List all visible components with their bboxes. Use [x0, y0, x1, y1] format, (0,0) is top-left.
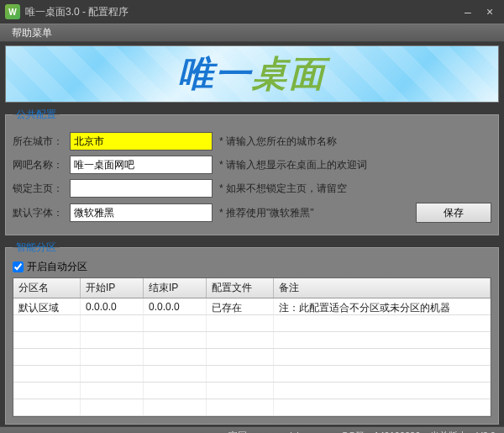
col-start-ip[interactable]: 开始IP — [81, 278, 144, 298]
banner-logo-text: 唯一桌面 — [178, 50, 326, 98]
default-font-input[interactable] — [70, 203, 213, 222]
table-row[interactable] — [13, 366, 491, 383]
cell-config: 已存在 — [207, 298, 274, 314]
table-row[interactable] — [13, 315, 491, 332]
city-input[interactable] — [70, 132, 213, 150]
minimize-button[interactable]: – — [459, 4, 477, 19]
cell-name: 默认区域 — [13, 298, 81, 314]
bar-name-input[interactable] — [70, 156, 213, 174]
smart-zone-group: 智能分区 开启自动分区 分区名 开始IP 结束IP 配置文件 备注 默认区域 0… — [5, 240, 499, 425]
public-config-group: 公共配置 所在城市： * 请输入您所在的城市名称 网吧名称： * 请输入想显示在… — [5, 108, 499, 235]
bar-label: 网吧名称： — [13, 158, 63, 172]
cell-start-ip: 0.0.0.0 — [81, 298, 144, 314]
version: 当前版本：V3.0 — [430, 430, 496, 433]
cell-remark: 注：此配置适合不分区或未分区的机器 — [274, 298, 491, 314]
menubar: 帮助菜单 — [0, 24, 504, 42]
font-hint: * 推荐使用"微软雅黑" — [219, 206, 314, 220]
lock-homepage-input[interactable] — [70, 179, 213, 198]
col-config[interactable]: 配置文件 — [207, 278, 274, 298]
table-row[interactable] — [13, 383, 491, 399]
statusbar: 官网：www.weiyizm.com QQ群：149199026 当前版本：V3… — [0, 426, 504, 433]
enable-auto-zone-label: 开启自动分区 — [27, 260, 87, 274]
app-window: W 唯一桌面3.0 - 配置程序 – × 帮助菜单 唯一桌面 公共配置 所在城市… — [0, 0, 504, 433]
col-remark[interactable]: 备注 — [274, 278, 491, 298]
city-hint: * 请输入您所在的城市名称 — [219, 135, 337, 149]
zone-table: 分区名 开始IP 结束IP 配置文件 备注 默认区域 0.0.0.0 0.0.0… — [13, 277, 491, 417]
window-title: 唯一桌面3.0 - 配置程序 — [25, 5, 459, 19]
help-menu[interactable]: 帮助菜单 — [7, 24, 57, 42]
qq-group: QQ群：149199026 — [341, 430, 420, 433]
titlebar: W 唯一桌面3.0 - 配置程序 – × — [0, 0, 504, 24]
lock-hint: * 如果不想锁定主页，请留空 — [219, 182, 347, 196]
zone-table-header: 分区名 开始IP 结束IP 配置文件 备注 — [13, 278, 491, 298]
table-row[interactable] — [13, 332, 491, 349]
app-icon: W — [5, 4, 20, 19]
banner: 唯一桌面 — [5, 45, 499, 103]
table-row[interactable] — [13, 349, 491, 366]
public-config-legend: 公共配置 — [13, 108, 60, 122]
enable-auto-zone-checkbox[interactable] — [13, 261, 24, 272]
site-label: 官网：www.weiyizm.com — [228, 430, 331, 433]
city-label: 所在城市： — [13, 135, 63, 149]
col-name[interactable]: 分区名 — [13, 278, 81, 298]
client-area: 唯一桌面 公共配置 所在城市： * 请输入您所在的城市名称 网吧名称： * 请输… — [0, 42, 504, 426]
smart-zone-legend: 智能分区 — [13, 240, 60, 255]
table-row[interactable]: 默认区域 0.0.0.0 0.0.0.0 已存在 注：此配置适合不分区或未分区的… — [13, 298, 491, 315]
font-label: 默认字体： — [13, 206, 63, 220]
lock-label: 锁定主页： — [13, 182, 63, 196]
cell-end-ip: 0.0.0.0 — [144, 298, 207, 314]
bar-hint: * 请输入想显示在桌面上的欢迎词 — [219, 158, 367, 172]
save-button[interactable]: 保存 — [416, 203, 491, 223]
zone-table-body: 默认区域 0.0.0.0 0.0.0.0 已存在 注：此配置适合不分区或未分区的… — [13, 298, 491, 416]
table-row[interactable] — [13, 399, 491, 416]
window-controls: – × — [459, 4, 499, 19]
col-end-ip[interactable]: 结束IP — [144, 278, 207, 298]
close-button[interactable]: × — [480, 4, 499, 19]
